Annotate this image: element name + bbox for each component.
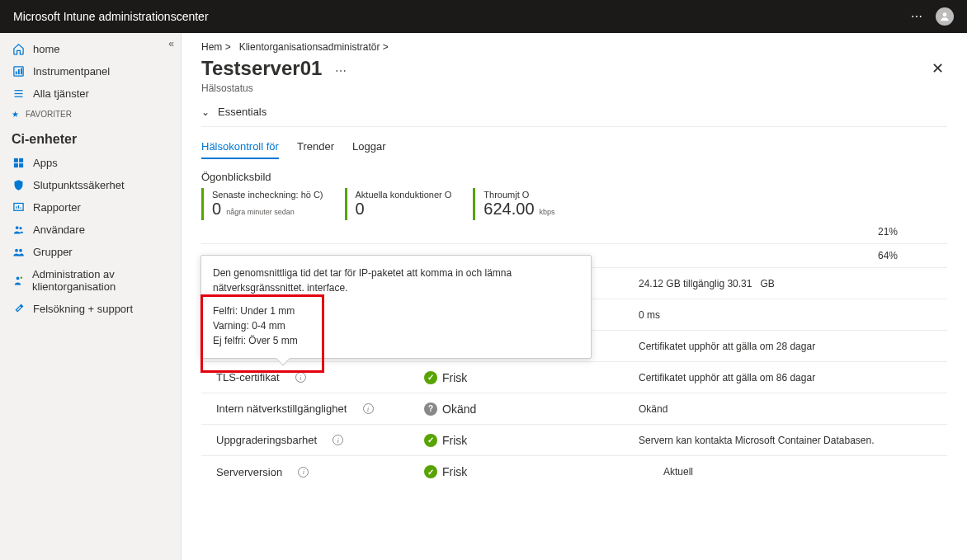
users-icon xyxy=(12,224,25,236)
list-icon xyxy=(12,87,25,100)
breadcrumb[interactable]: Hem > Klientorganisationsadministratör > xyxy=(201,41,947,53)
status-ok-icon: ✓ xyxy=(424,434,437,447)
svg-point-17 xyxy=(19,227,21,229)
sidebar-item-home[interactable]: home xyxy=(0,38,181,60)
sidebar-label: Rapporter xyxy=(33,201,81,214)
collapse-chevron-icon[interactable]: « xyxy=(168,38,174,49)
metric-row-network: Intern nätverkstillgänglighet i ?Okänd O… xyxy=(201,393,947,425)
metric-row-pct1: 21% xyxy=(201,220,947,244)
info-icon[interactable]: i xyxy=(295,372,306,383)
status-ok-icon: ✓ xyxy=(424,371,437,384)
tooltip: Den genomsnittliga tid det tar för IP-pa… xyxy=(200,255,592,359)
svg-point-20 xyxy=(17,276,20,280)
metric-row-tls-cert: TLS-certifikat i ✓Frisk Certifikatet upp… xyxy=(201,362,947,393)
tab-logs[interactable]: Loggar xyxy=(352,140,385,159)
info-icon[interactable]: i xyxy=(333,435,343,445)
sidebar-item-dashboard[interactable]: Instrumentpanel xyxy=(0,60,181,82)
topbar: Microsoft Intune administrationscenter ⋯ xyxy=(0,0,967,33)
shield-icon xyxy=(12,179,25,191)
svg-point-18 xyxy=(15,249,18,252)
svg-rect-3 xyxy=(17,69,19,74)
apps-icon xyxy=(12,157,25,169)
info-icon[interactable]: i xyxy=(298,467,309,478)
metric-row-upgrade: Uppgraderingsbarhet i ✓Frisk Servern kan… xyxy=(201,425,947,456)
groups-icon xyxy=(12,246,25,258)
sidebar: « home Instrumentpanel Alla tjänster ★ F… xyxy=(0,33,182,560)
sidebar-favorites-header: ★ FAVORITER xyxy=(0,105,181,124)
svg-rect-4 xyxy=(21,68,22,75)
reports-icon xyxy=(12,201,25,214)
sidebar-item-tenant[interactable]: Administration av klientorganisation xyxy=(0,263,181,298)
svg-rect-2 xyxy=(15,72,17,75)
sidebar-item-allservices[interactable]: Alla tjänster xyxy=(0,82,181,105)
page-title: Testserver01 xyxy=(201,57,322,80)
wrench-icon xyxy=(12,303,25,315)
sidebar-label: Alla tjänster xyxy=(33,87,89,100)
page-more-icon[interactable]: ⋯ xyxy=(335,64,348,78)
svg-point-16 xyxy=(15,226,18,229)
svg-point-19 xyxy=(19,249,22,252)
sidebar-section-title: Ci-enheter xyxy=(0,124,181,152)
svg-rect-8 xyxy=(13,158,17,162)
sidebar-item-reports[interactable]: Rapporter xyxy=(0,196,181,219)
status-unknown-icon: ? xyxy=(424,402,437,416)
star-icon: ★ xyxy=(12,110,19,119)
topbar-more-icon[interactable]: ⋯ xyxy=(911,10,924,23)
dashboard-icon xyxy=(12,65,25,78)
tabs: Hälsokontroll för Trender Loggar xyxy=(201,140,947,159)
sidebar-label: Slutpunktssäkerhet xyxy=(33,179,125,191)
page-subtitle: Hälsostatus xyxy=(201,82,947,94)
close-icon[interactable]: ✕ xyxy=(928,56,947,81)
sidebar-label: Felsökning + support xyxy=(33,303,133,315)
sidebar-label: Instrumentpanel xyxy=(33,65,110,78)
sidebar-item-apps[interactable]: Apps xyxy=(0,152,181,174)
app-title: Microsoft Intune administrationscenter xyxy=(13,10,209,23)
essentials-toggle[interactable]: ⌄ Essentials xyxy=(201,97,947,127)
sidebar-label: Apps xyxy=(33,157,58,169)
sidebar-label: Administration av klientorganisation xyxy=(32,268,169,293)
snapshot-card-checkin: Senaste incheckning: hö C) 0några minute… xyxy=(201,188,332,220)
svg-rect-11 xyxy=(19,163,23,167)
sidebar-label: Användare xyxy=(33,224,85,236)
snapshot-row: Senaste incheckning: hö C) 0några minute… xyxy=(201,188,947,220)
info-icon[interactable]: i xyxy=(363,403,374,414)
metric-row-version: Serverversion i ✓Frisk Aktuell xyxy=(201,456,947,487)
sidebar-item-endpoint[interactable]: Slutpunktssäkerhet xyxy=(0,174,181,196)
tenant-icon xyxy=(12,275,24,287)
sidebar-item-groups[interactable]: Grupper xyxy=(0,241,181,263)
svg-point-21 xyxy=(21,276,23,279)
snapshot-title: Ögonblicksbild xyxy=(201,171,947,183)
sidebar-label: Grupper xyxy=(33,246,73,258)
sidebar-item-users[interactable]: Användare xyxy=(0,219,181,241)
svg-point-0 xyxy=(943,12,947,16)
sidebar-item-troubleshoot[interactable]: Felsökning + support xyxy=(0,298,181,320)
tab-health[interactable]: Hälsokontroll för xyxy=(201,140,279,159)
home-icon xyxy=(12,43,25,55)
avatar[interactable] xyxy=(936,7,954,26)
tab-trends[interactable]: Trender xyxy=(297,140,334,159)
sidebar-label: home xyxy=(33,43,60,55)
snapshot-card-conductions: Aktuella konduktioner O 0 xyxy=(345,188,460,220)
svg-rect-10 xyxy=(13,163,17,167)
status-ok-icon: ✓ xyxy=(424,465,437,478)
snapshot-card-throughput: Throumjt O 624.00kbps xyxy=(473,188,563,220)
svg-rect-9 xyxy=(19,158,23,162)
chevron-down-icon: ⌄ xyxy=(201,106,210,118)
